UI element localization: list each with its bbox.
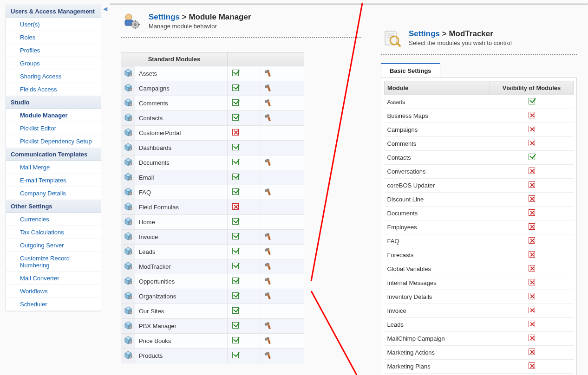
module-settings-button[interactable] [260, 319, 304, 334]
module-visibility-toggle[interactable] [490, 374, 574, 375]
table-row: Comments [385, 137, 574, 151]
module-enabled-toggle[interactable] [228, 126, 260, 141]
sidebar-item[interactable]: Company Details [6, 187, 101, 200]
module-visibility-toggle[interactable] [490, 137, 574, 151]
sidebar-item[interactable]: Picklist Editor [6, 122, 101, 135]
module-enabled-toggle[interactable] [228, 259, 260, 274]
module-settings-button[interactable] [260, 289, 304, 304]
sidebar-item[interactable]: Mail Merge [6, 161, 101, 174]
module-settings-button[interactable] [260, 185, 304, 200]
module-settings-button[interactable] [260, 155, 304, 170]
sidebar-item[interactable]: Picklist Dependency Setup [6, 135, 101, 148]
sidebar-item[interactable]: Module Manager [6, 109, 101, 122]
module-settings-button[interactable] [260, 230, 304, 245]
module-settings-button[interactable] [260, 66, 304, 81]
module-visibility-toggle[interactable] [490, 220, 574, 234]
module-visibility-toggle[interactable] [490, 123, 574, 137]
module-enabled-toggle[interactable] [228, 334, 260, 349]
sidebar-item[interactable]: User(s) [6, 18, 101, 31]
module-enabled-toggle[interactable] [228, 289, 260, 304]
table-row: Documents [121, 155, 304, 170]
module-enabled-toggle[interactable] [228, 200, 260, 215]
svg-point-59 [129, 252, 132, 254]
sidebar-item[interactable]: E-mail Templates [6, 174, 101, 187]
module-visibility-toggle[interactable] [490, 332, 574, 346]
module-enabled-toggle[interactable] [228, 170, 260, 185]
module-visibility-toggle[interactable] [490, 179, 574, 193]
sidebar-item[interactable]: Customize Record Numbering [6, 252, 101, 272]
module-visibility-toggle[interactable] [490, 193, 574, 207]
module-visibility-toggle[interactable] [490, 95, 574, 109]
sidebar-item[interactable]: Sharing Access [6, 70, 101, 83]
module-enabled-toggle[interactable] [228, 304, 260, 319]
breadcrumb-settings-link[interactable]: Settings [409, 29, 440, 38]
table-row: Internal Messages [385, 276, 574, 290]
module-enabled-toggle[interactable] [228, 96, 260, 111]
module-settings-button[interactable] [260, 245, 304, 259]
module-settings-button[interactable] [260, 111, 304, 126]
module-enabled-toggle[interactable] [228, 245, 260, 259]
module-enabled-toggle[interactable] [228, 111, 260, 126]
module-enabled-toggle[interactable] [228, 319, 260, 334]
module-settings-button[interactable] [260, 96, 304, 111]
sidebar-item[interactable]: Tax Calculations [6, 226, 101, 239]
module-visibility-toggle[interactable] [490, 262, 574, 276]
module-name: Our Sites [135, 304, 228, 319]
tab-basic-settings[interactable]: Basic Settings [381, 63, 440, 78]
module-name: MailChimp Campaign [385, 332, 490, 346]
module-enabled-toggle[interactable] [228, 155, 260, 170]
module-visibility-toggle[interactable] [490, 304, 574, 318]
module-name: Contacts [385, 151, 490, 165]
module-visibility-toggle[interactable] [490, 346, 574, 360]
module-visibility-toggle[interactable] [490, 109, 574, 123]
module-enabled-toggle[interactable] [228, 274, 260, 289]
sidebar-item[interactable]: Roles [6, 31, 101, 44]
sidebar-item[interactable]: Profiles [6, 44, 101, 57]
module-visibility-toggle[interactable] [490, 151, 574, 165]
table-row: FAQ [121, 185, 304, 200]
sidebar-item[interactable]: Groups [6, 57, 101, 70]
module-name: Products [135, 349, 228, 363]
module-enabled-toggle[interactable] [228, 349, 260, 363]
module-settings-button[interactable] [260, 81, 304, 96]
module-name: Leads [135, 245, 228, 259]
table-row: Contacts [385, 151, 574, 165]
module-name: Comments [135, 96, 228, 111]
svg-point-87 [129, 356, 132, 358]
module-enabled-toggle[interactable] [228, 66, 260, 81]
module-settings-button[interactable] [260, 274, 304, 289]
module-enabled-toggle[interactable] [228, 230, 260, 245]
module-visibility-toggle[interactable] [490, 248, 574, 262]
sidebar-item[interactable]: Currencies [6, 213, 101, 226]
sidebar-item[interactable]: Outgoing Server [6, 239, 101, 252]
module-name: Discount Line [385, 193, 490, 207]
breadcrumb: Settings > ModTracker Select the modules… [381, 27, 577, 53]
module-visibility-toggle[interactable] [490, 165, 574, 179]
table-row: FAQ [385, 234, 574, 248]
module-enabled-toggle[interactable] [228, 215, 260, 230]
module-settings-button[interactable] [260, 259, 304, 274]
module-visibility-toggle[interactable] [490, 207, 574, 220]
module-enabled-toggle[interactable] [228, 141, 260, 155]
table-row: Discount Line [385, 193, 574, 207]
module-visibility-toggle[interactable] [490, 234, 574, 248]
table-row: Dashboards [121, 141, 304, 155]
module-enabled-toggle[interactable] [228, 185, 260, 200]
sidebar-item[interactable]: Fields Access [6, 83, 101, 96]
sidebar-item[interactable]: Scheduler [6, 298, 101, 311]
sidebar-item[interactable]: Workflows [6, 285, 101, 298]
sidebar-collapse-toggle[interactable]: ◀ [103, 6, 107, 12]
module-visibility-toggle[interactable] [490, 276, 574, 290]
table-row: Assets [385, 95, 574, 109]
module-visibility-toggle[interactable] [490, 360, 574, 374]
svg-point-35 [129, 162, 132, 165]
sidebar-item[interactable]: Mail Converter [6, 272, 101, 285]
breadcrumb-current: Module Manager [189, 13, 251, 21]
module-settings-button[interactable] [260, 334, 304, 349]
module-visibility-toggle[interactable] [490, 318, 574, 332]
module-enabled-toggle[interactable] [228, 81, 260, 96]
module-settings-button[interactable] [260, 349, 304, 363]
settings-sidebar: Users & Access ManagementUser(s)RolesPro… [6, 5, 101, 311]
breadcrumb-settings-link[interactable]: Settings [149, 13, 180, 21]
module-visibility-toggle[interactable] [490, 290, 574, 304]
